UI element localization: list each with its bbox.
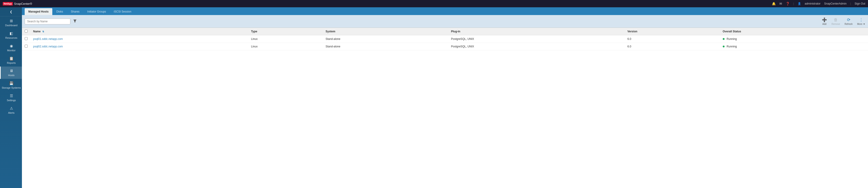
- sidebar-item-label-hosts: Hosts: [8, 74, 14, 77]
- sidebar-item-label-settings: Settings: [7, 99, 16, 102]
- row-system-1: Stand-alone: [323, 43, 448, 50]
- row-status-1: Running: [720, 43, 868, 50]
- row-type-1: Linux: [248, 43, 323, 50]
- filter-icon: [73, 19, 77, 23]
- filter-button[interactable]: [72, 18, 78, 25]
- svg-marker-0: [73, 20, 76, 22]
- tab-initiator-groups[interactable]: Initiator Groups: [84, 8, 110, 15]
- tenant-name: SnapCenterAdmin: [824, 2, 846, 5]
- tab-shares[interactable]: Shares: [67, 8, 83, 15]
- row-checkbox-cell: [22, 43, 30, 50]
- sidebar-item-resources[interactable]: ◧ Resources: [0, 29, 22, 41]
- sidebar-item-label-reports: Reports: [7, 62, 16, 64]
- remove-icon: 🗑: [834, 17, 838, 22]
- remove-button[interactable]: 🗑 Remove: [832, 17, 840, 25]
- sidebar-item-hosts[interactable]: 🖥 Hosts: [0, 67, 22, 79]
- sidebar-collapse-button[interactable]: ❮: [0, 7, 22, 16]
- select-all-checkbox[interactable]: [25, 30, 28, 33]
- sign-out-link[interactable]: Sign Out: [855, 2, 865, 5]
- tab-iscsi-session[interactable]: iSCSI Session: [110, 8, 135, 15]
- row-plugin-1: PostgreSQL, UNIX: [448, 43, 625, 50]
- add-label: Add: [822, 23, 827, 25]
- row-system-0: Stand-alone: [323, 35, 448, 43]
- app-name: SnapCenter®: [14, 2, 32, 5]
- toolbar-right: ➕ Add 🗑 Remove ⟳ Refresh ⋮ More ▼: [822, 17, 865, 25]
- notification-icon[interactable]: 🔔: [772, 2, 776, 5]
- refresh-label: Refresh: [845, 23, 853, 25]
- search-input[interactable]: [25, 18, 70, 25]
- tab-disks[interactable]: Disks: [53, 8, 67, 15]
- refresh-icon: ⟳: [847, 17, 850, 22]
- name-sort-icon: ⇅: [42, 30, 44, 33]
- add-button[interactable]: ➕ Add: [822, 17, 827, 25]
- table-body: psql01.sddc.netapp.com Linux Stand-alone…: [22, 35, 868, 50]
- row-status-0: Running: [720, 35, 868, 43]
- header-version: Version: [625, 28, 720, 35]
- sidebar-item-reports[interactable]: 📋 Reports: [0, 54, 22, 67]
- tab-managed-hosts[interactable]: Managed Hosts: [25, 8, 52, 15]
- reports-icon: 📋: [9, 56, 14, 61]
- host-link-0[interactable]: psql01.sddc.netapp.com: [33, 37, 63, 41]
- row-type-0: Linux: [248, 35, 323, 43]
- sidebar-item-label-monitor: Monitor: [7, 49, 16, 52]
- row-name-0: psql01.sddc.netapp.com: [30, 35, 248, 43]
- header-overall-status: Overall Status: [720, 28, 868, 35]
- row-checkbox-1[interactable]: [25, 45, 28, 48]
- settings-icon: ☰: [10, 93, 13, 98]
- status-label-0: Running: [726, 37, 737, 41]
- mail-icon[interactable]: ✉: [779, 2, 782, 5]
- main-layout: ❮ ⊞ Dashboard ◧ Resources ◉ Monitor 📋 Re…: [0, 7, 868, 188]
- storage-icon: 💾: [9, 81, 14, 85]
- table-container: Name ⇅ Type System Plug-in Version Overa…: [22, 28, 868, 188]
- sidebar-item-label-alerts: Alerts: [8, 111, 14, 114]
- row-name-1: psql02.sddc.netapp.com: [30, 43, 248, 50]
- user-icon: 👤: [798, 2, 801, 5]
- toolbar: ➕ Add 🗑 Remove ⟳ Refresh ⋮ More ▼: [22, 15, 868, 28]
- header-system: System: [323, 28, 448, 35]
- sidebar-item-label-resources: Resources: [5, 36, 18, 39]
- header-type: Type: [248, 28, 323, 35]
- sidebar-item-monitor[interactable]: ◉ Monitor: [0, 41, 22, 54]
- add-icon: ➕: [822, 17, 827, 22]
- collapse-icon: ❮: [10, 10, 12, 13]
- refresh-button[interactable]: ⟳ Refresh: [845, 17, 853, 25]
- sidebar-item-label-storage: Storage Systems: [2, 86, 21, 89]
- monitor-icon: ◉: [10, 44, 13, 48]
- resources-icon: ◧: [9, 31, 13, 36]
- more-label: More ▼: [857, 23, 865, 25]
- row-version-1: 6.0: [625, 43, 720, 50]
- row-checkbox-cell: [22, 35, 30, 43]
- more-button[interactable]: ⋮ More ▼: [857, 17, 865, 25]
- divider: |: [793, 2, 794, 5]
- header-name[interactable]: Name ⇅: [30, 28, 248, 35]
- header-plugin: Plug-in: [448, 28, 625, 35]
- username: administrator: [805, 2, 820, 5]
- table-row: psql02.sddc.netapp.com Linux Stand-alone…: [22, 43, 868, 50]
- hosts-table: Name ⇅ Type System Plug-in Version Overa…: [22, 28, 868, 50]
- status-label-1: Running: [726, 45, 737, 48]
- sidebar: ❮ ⊞ Dashboard ◧ Resources ◉ Monitor 📋 Re…: [0, 7, 22, 188]
- dashboard-icon: ⊞: [10, 19, 13, 23]
- sidebar-item-label-dashboard: Dashboard: [5, 24, 18, 27]
- tab-bar: Managed Hosts Disks Shares Initiator Gro…: [22, 7, 868, 15]
- toolbar-left: [25, 18, 78, 25]
- sidebar-item-dashboard[interactable]: ⊞ Dashboard: [0, 16, 22, 29]
- more-icon: ⋮: [859, 17, 863, 22]
- table-row: psql01.sddc.netapp.com Linux Stand-alone…: [22, 35, 868, 43]
- remove-label: Remove: [832, 23, 840, 25]
- status-dot-0: [723, 38, 724, 40]
- sidebar-item-settings[interactable]: ☰ Settings: [0, 91, 22, 104]
- content-area: Managed Hosts Disks Shares Initiator Gro…: [22, 7, 868, 188]
- hosts-icon: 🖥: [9, 69, 13, 73]
- sidebar-item-storage-systems[interactable]: 💾 Storage Systems: [0, 79, 22, 91]
- top-bar-actions: 🔔 ✉ ❓ | 👤 administrator SnapCenterAdmin …: [772, 2, 865, 5]
- table-header-row: Name ⇅ Type System Plug-in Version Overa…: [22, 28, 868, 35]
- top-bar: NetApp SnapCenter® 🔔 ✉ ❓ | 👤 administrat…: [0, 0, 868, 7]
- help-icon[interactable]: ❓: [786, 2, 789, 5]
- divider2: |: [850, 2, 851, 5]
- netapp-logo: NetApp: [3, 2, 13, 5]
- row-version-0: 6.0: [625, 35, 720, 43]
- host-link-1[interactable]: psql02.sddc.netapp.com: [33, 45, 63, 48]
- sidebar-item-alerts[interactable]: ⚠ Alerts: [0, 104, 22, 116]
- row-checkbox-0[interactable]: [25, 37, 28, 40]
